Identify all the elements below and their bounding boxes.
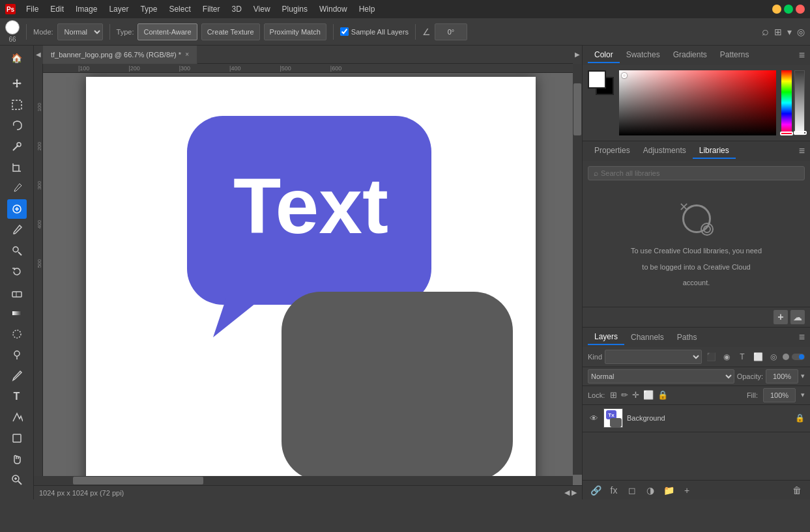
color-picker-saturation[interactable]	[619, 70, 776, 135]
fill-input[interactable]	[763, 388, 796, 402]
type-tool[interactable]: T	[7, 387, 27, 406]
lock-position-icon[interactable]: ✏	[621, 390, 628, 400]
search-icon[interactable]: ⌕	[762, 25, 769, 38]
move-tool[interactable]	[7, 74, 27, 94]
menu-image[interactable]: Image	[70, 3, 102, 15]
tab-properties[interactable]: Properties	[588, 143, 637, 159]
foreground-color[interactable]	[588, 70, 606, 89]
magic-wand-tool[interactable]	[7, 137, 27, 156]
scroll-thumb-vertical[interactable]	[573, 83, 581, 135]
create-texture-button[interactable]: Create Texture	[201, 23, 260, 40]
layer-kind-select[interactable]	[605, 350, 702, 364]
close-button[interactable]	[796, 5, 805, 14]
scrollbar-vertical[interactable]	[573, 64, 582, 475]
lock-transform-icon[interactable]: ⬜	[643, 390, 654, 400]
filter-pixel-icon[interactable]: ⬛	[704, 350, 717, 363]
scrollbar-horizontal[interactable]	[34, 476, 573, 485]
tab-gradients[interactable]: Gradients	[667, 48, 714, 63]
crop-tool[interactable]	[7, 158, 27, 177]
filter-smart-icon[interactable]: ◎	[767, 350, 780, 363]
canvas-scroll-area[interactable]: |100 |200 |300 |400 |500 |600 100 200 30…	[34, 64, 582, 485]
filter-type-icon[interactable]: T	[736, 350, 749, 363]
expand-panel-left[interactable]: ◀	[34, 46, 43, 64]
sample-all-layers-checkbox[interactable]: Sample All Layers	[340, 27, 409, 36]
menu-plugins[interactable]: Plugins	[277, 3, 313, 15]
menu-select[interactable]: Select	[164, 3, 195, 15]
menu-view[interactable]: View	[248, 3, 276, 15]
menu-type[interactable]: Type	[135, 3, 162, 15]
new-layer-icon[interactable]: +	[679, 483, 695, 498]
brush-tool[interactable]	[7, 220, 27, 240]
libraries-search-bar[interactable]: ⌕	[588, 166, 805, 180]
eyedropper-tool[interactable]	[7, 178, 27, 198]
delete-layer-button[interactable]: 🗑	[789, 483, 805, 498]
layers-panel-menu[interactable]: ≡	[799, 331, 805, 343]
content-aware-button[interactable]: Content-Aware	[137, 23, 197, 40]
rect-select-tool[interactable]	[7, 95, 27, 115]
zoom-tool[interactable]	[7, 470, 27, 490]
tab-patterns[interactable]: Patterns	[714, 48, 756, 63]
spot-heal-tool[interactable]	[7, 199, 27, 219]
clone-stamp-tool[interactable]	[7, 241, 27, 260]
path-select-tool[interactable]	[7, 408, 27, 427]
opacity-slider[interactable]	[794, 70, 805, 135]
menu-edit[interactable]: Edit	[45, 3, 69, 15]
proximity-match-button[interactable]: Proximity Match	[264, 23, 326, 40]
lock-pixels-icon[interactable]: ⊞	[610, 390, 617, 400]
menu-3d[interactable]: 3D	[226, 3, 246, 15]
lock-all-icon[interactable]: 🔒	[658, 390, 668, 400]
properties-panel-menu[interactable]: ≡	[799, 145, 805, 157]
layer-mask-icon[interactable]: ◻	[624, 483, 640, 498]
sample-all-layers-input[interactable]	[340, 27, 349, 36]
layer-visibility-toggle[interactable]: 👁	[588, 412, 600, 424]
tab-libraries[interactable]: Libraries	[693, 143, 736, 159]
new-group-icon[interactable]: 📁	[661, 483, 676, 498]
tab-swatches[interactable]: Swatches	[620, 48, 667, 63]
eraser-tool[interactable]	[7, 283, 27, 302]
fill-arrow[interactable]: ▾	[801, 391, 805, 399]
expand-panel-right[interactable]: ▶	[573, 46, 582, 64]
tab-layers[interactable]: Layers	[588, 329, 624, 345]
hue-slider[interactable]	[781, 70, 792, 135]
menu-file[interactable]: File	[21, 3, 44, 15]
arrange-icon[interactable]: ⊞	[774, 27, 782, 37]
mode-select[interactable]: Normal	[57, 23, 103, 40]
menu-help[interactable]: Help	[354, 3, 381, 15]
libraries-search-input[interactable]	[601, 169, 799, 177]
hand-tool[interactable]	[7, 449, 27, 469]
menu-window[interactable]: Window	[314, 3, 353, 15]
scroll-thumb-horizontal[interactable]	[73, 477, 203, 484]
pen-tool[interactable]	[7, 366, 27, 385]
canvas-artwork[interactable]: Text	[86, 77, 536, 485]
lasso-tool[interactable]	[7, 116, 27, 135]
cc-connect-icon[interactable]: ☁	[790, 310, 805, 324]
maximize-button[interactable]	[784, 5, 793, 14]
expand-icon[interactable]: ▾	[787, 27, 792, 37]
minimize-button[interactable]	[772, 5, 781, 14]
tab-channels[interactable]: Channels	[624, 330, 671, 344]
tab-adjustments[interactable]: Adjustments	[637, 143, 693, 159]
gradient-tool[interactable]	[7, 303, 27, 323]
layer-fx-icon[interactable]: fx	[606, 483, 622, 498]
lock-artboard-icon[interactable]: ✛	[632, 390, 639, 400]
document-tab[interactable]: tf_banner_logo.png @ 66.7% (RGB/8#) * ×	[43, 46, 197, 64]
filter-adjust-icon[interactable]: ◉	[720, 350, 733, 363]
tab-paths[interactable]: Paths	[671, 330, 704, 344]
home-button[interactable]: 🏠	[7, 48, 27, 68]
target-icon[interactable]: ◎	[797, 27, 805, 37]
angle-input[interactable]	[435, 23, 467, 40]
opacity-arrow[interactable]: ▾	[801, 372, 805, 380]
blur-tool[interactable]	[7, 324, 27, 344]
menu-filter[interactable]: Filter	[197, 3, 225, 15]
layer-filter-toggle[interactable]	[792, 354, 805, 360]
filter-shape-icon[interactable]: ⬜	[751, 350, 764, 363]
tab-close-button[interactable]: ×	[185, 51, 189, 58]
menu-layer[interactable]: Layer	[104, 3, 134, 15]
layer-adjustment-icon[interactable]: ◑	[643, 483, 658, 498]
blend-mode-select[interactable]: Normal	[588, 369, 734, 384]
add-library-button[interactable]: +	[774, 310, 788, 324]
tab-color[interactable]: Color	[588, 48, 620, 63]
dodge-tool[interactable]	[7, 345, 27, 365]
link-layers-icon[interactable]: 🔗	[588, 483, 603, 498]
shape-tool[interactable]	[7, 428, 27, 448]
